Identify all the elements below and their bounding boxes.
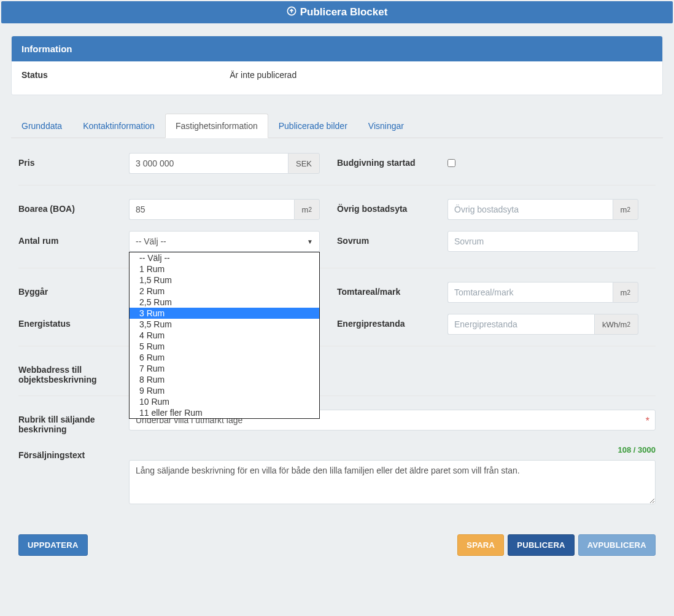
antalrum-selected: -- Välj -- — [136, 236, 166, 246]
budgivning-label: Budgivning startad — [337, 153, 447, 168]
required-icon: * — [646, 416, 649, 427]
energiprestanda-input[interactable] — [447, 314, 594, 335]
room-option[interactable]: 3 Rum — [130, 308, 319, 319]
rubrik-label: Rubrik till säljande beskrivning — [18, 410, 129, 434]
tab-fastighet[interactable]: Fastighetsinformation — [165, 114, 268, 138]
page-title: Publicera Blocket — [300, 6, 388, 18]
pris-input[interactable] — [129, 153, 288, 174]
unpublish-button[interactable]: AVPUBLICERA — [578, 534, 656, 556]
ovrig-unit: m2 — [613, 199, 638, 220]
text-textarea[interactable] — [129, 460, 656, 504]
room-option[interactable]: 5 Rum — [130, 341, 319, 352]
ovrig-input[interactable] — [447, 199, 613, 220]
antalrum-label: Antal rum — [18, 231, 129, 246]
page-header: Publicera Blocket — [1, 1, 673, 23]
energiprestanda-unit: kWh/m2 — [594, 314, 638, 335]
room-option[interactable]: 4 Rum — [130, 330, 319, 341]
tomt-unit: m2 — [613, 282, 638, 303]
update-button[interactable]: UPPDATERA — [18, 534, 88, 556]
room-option[interactable]: 11 eller fler Rum — [130, 407, 319, 418]
antalrum-dropdown: -- Välj -- 1 Rum 1,5 Rum 2 Rum 2,5 Rum 3… — [129, 252, 320, 419]
tab-visningar[interactable]: Visningar — [358, 114, 414, 138]
tomt-label: Tomtareal/mark — [337, 282, 447, 297]
text-label: Försäljningstext — [18, 445, 129, 460]
publish-button[interactable]: PUBLICERA — [508, 534, 575, 556]
room-option[interactable]: 7 Rum — [130, 363, 319, 374]
tab-grunddata[interactable]: Grunddata — [11, 114, 72, 138]
energistatus-label: Energistatus — [18, 314, 129, 329]
save-button[interactable]: SPARA — [457, 534, 504, 556]
ovrig-label: Övrig bostadsyta — [337, 199, 447, 214]
room-option[interactable]: 10 Rum — [130, 396, 319, 407]
boarea-unit: m2 — [294, 199, 320, 220]
room-option[interactable]: 1,5 Rum — [130, 275, 319, 286]
room-option[interactable]: 2 Rum — [130, 286, 319, 297]
budgivning-checkbox[interactable] — [447, 159, 455, 167]
sovrum-input[interactable] — [447, 231, 638, 252]
energiprestanda-label: Energiprestanda — [337, 314, 447, 329]
tab-bilder[interactable]: Publicerade bilder — [268, 114, 358, 138]
antalrum-select[interactable]: -- Välj -- ▼ — [129, 231, 320, 252]
webb-label: Webbadress till objektsbeskrivning — [18, 360, 129, 384]
char-counter: 108 / 3000 — [129, 445, 656, 454]
byggar-label: Byggår — [18, 282, 129, 297]
room-option[interactable]: 8 Rum — [130, 374, 319, 385]
pris-unit: SEK — [288, 153, 320, 174]
room-option[interactable]: 1 Rum — [130, 263, 319, 275]
room-option[interactable]: 9 Rum — [130, 385, 319, 396]
status-value: Är inte publicerad — [230, 70, 296, 80]
chevron-down-icon: ▼ — [307, 238, 313, 245]
tab-kontakt[interactable]: Kontaktinformation — [72, 114, 165, 138]
info-panel: Information Status Är inte publicerad — [11, 36, 663, 95]
upload-icon — [287, 6, 296, 18]
room-option[interactable]: 2,5 Rum — [130, 297, 319, 308]
status-label: Status — [21, 70, 230, 80]
tab-bar: Grunddata Kontaktinformation Fastighetsi… — [11, 114, 663, 138]
room-option[interactable]: 3,5 Rum — [130, 319, 319, 330]
room-option[interactable]: 6 Rum — [130, 352, 319, 363]
boarea-label: Boarea (BOA) — [18, 199, 129, 214]
sovrum-label: Sovrum — [337, 231, 447, 246]
info-panel-header: Information — [12, 36, 662, 61]
pris-label: Pris — [18, 153, 129, 168]
boarea-input[interactable] — [129, 199, 294, 220]
tomt-input[interactable] — [447, 282, 613, 303]
room-option[interactable]: -- Välj -- — [130, 252, 319, 263]
